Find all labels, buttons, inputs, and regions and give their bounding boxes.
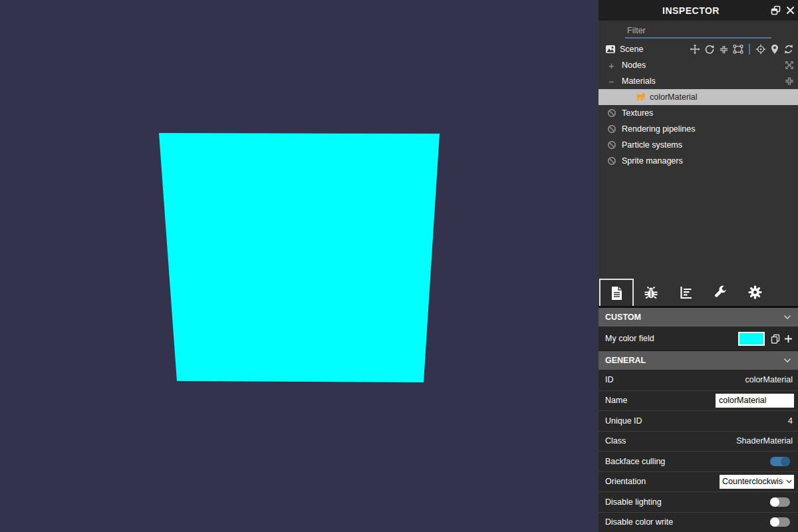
tab-statistics[interactable] [668,279,703,306]
empty-group-icon [607,108,616,118]
property-row-unique-id: Unique ID 4 [598,410,798,431]
scene-explorer: Scene [598,41,798,169]
popout-icon[interactable] [770,5,781,16]
empty-group-icon [607,140,616,150]
tree-item-label: Materials [622,76,656,86]
backface-culling-toggle[interactable] [770,457,790,466]
location-icon[interactable] [770,44,779,55]
tree-item-scene[interactable]: Scene [598,41,798,57]
tree-item-sprite-managers[interactable]: Sprite managers [598,153,798,169]
babylon-inspector-app: INSPECTOR [0,0,798,532]
tree-item-label: Particle systems [622,140,682,150]
tree-item-label: Scene [620,45,643,54]
plus-icon[interactable] [784,334,793,343]
property-label: ID [605,375,614,384]
disable-lighting-toggle[interactable] [770,497,790,507]
move-icon[interactable] [690,44,700,55]
mesh-quad[interactable] [159,133,440,382]
property-value: ShaderMaterial [736,436,794,446]
section-title: CUSTOM [605,313,641,322]
tab-tools[interactable] [703,279,737,306]
expand-all-icon[interactable] [785,61,794,70]
section-header-custom[interactable]: CUSTOM [598,308,798,327]
scene-viewport[interactable] [0,0,598,532]
filter-row [598,21,798,41]
inspector-panel: INSPECTOR [598,0,798,532]
property-row-orientation: Orientation Counterclockwise [598,471,798,492]
chevron-down-icon [783,315,791,320]
tree-item-label: Rendering pipelines [622,124,696,134]
property-row-backface-culling: Backface culling [598,451,798,471]
bounding-box-icon[interactable] [733,44,743,55]
empty-group-icon [607,124,616,134]
property-row-class: Class ShaderMaterial [598,431,798,452]
scene-gizmo-toolbar [690,44,794,55]
inspector-header: INSPECTOR [598,0,798,21]
collapse-icon[interactable]: − [607,77,616,86]
wrench-icon [714,285,728,299]
bug-icon [644,285,658,300]
tree-item-rendering-pipelines[interactable]: Rendering pipelines [598,121,798,137]
property-label: My color field [605,334,654,343]
tree-item-particle-systems[interactable]: Particle systems [598,137,798,153]
section-header-general[interactable]: GENERAL [598,351,798,370]
empty-group-icon [607,156,616,166]
property-label: Disable color write [605,517,673,527]
orientation-select[interactable]: Counterclockwise [720,475,794,489]
select-value: Counterclockwise [722,477,783,486]
property-row-id: ID colorMaterial [598,370,798,390]
tab-properties[interactable] [599,279,634,306]
tree-item-nodes[interactable]: + Nodes [598,57,798,73]
rotate-icon[interactable] [704,44,715,55]
expand-icon[interactable]: + [607,61,616,70]
chevron-down-icon [786,479,792,483]
explorer-empty-area [598,169,798,279]
collapse-all-icon[interactable] [785,76,794,86]
property-label: Backface culling [605,457,665,466]
stats-icon [679,285,693,299]
tab-debug[interactable] [634,279,668,306]
tree-item-textures[interactable]: Textures [598,105,798,121]
property-row-name: Name [598,390,798,411]
gear-icon [748,285,762,299]
tree-item-materials[interactable]: − Materials [598,73,798,89]
chevron-down-icon [783,358,791,363]
toolbar-separator [749,44,750,55]
property-value: colorMaterial [745,375,794,384]
document-icon [610,286,623,301]
property-row-disable-color-write: Disable color write [598,512,798,532]
name-input[interactable] [716,394,794,408]
tree-item-color-material[interactable]: colorMaterial [598,89,798,105]
tree-item-label: Nodes [622,61,646,70]
picker-icon[interactable] [755,44,766,55]
filter-input[interactable] [625,24,771,39]
inspector-tabbar [598,279,798,306]
property-value: 4 [788,416,794,426]
brush-icon [636,92,646,102]
render-canvas[interactable] [0,0,598,532]
disable-color-write-toggle[interactable] [770,517,790,527]
color-swatch[interactable] [738,332,765,346]
tree-item-label: Sprite managers [622,156,683,166]
property-label: Orientation [605,477,646,486]
tab-settings[interactable] [737,279,772,306]
copy-icon[interactable] [771,334,781,344]
refresh-icon[interactable] [783,44,794,55]
property-label: Disable lighting [605,497,662,507]
inspector-title: INSPECTOR [598,5,783,16]
property-label: Class [605,436,626,446]
tree-item-label: colorMaterial [650,92,698,102]
close-icon[interactable] [786,6,795,15]
tree-item-label: Textures [622,108,653,118]
scale-icon[interactable] [719,45,729,55]
image-icon [605,44,616,55]
property-row-my-color-field: My color field [598,327,798,351]
section-title: GENERAL [605,356,646,365]
property-row-disable-lighting: Disable lighting [598,491,798,512]
property-label: Name [605,396,627,405]
property-label: Unique ID [605,416,642,426]
